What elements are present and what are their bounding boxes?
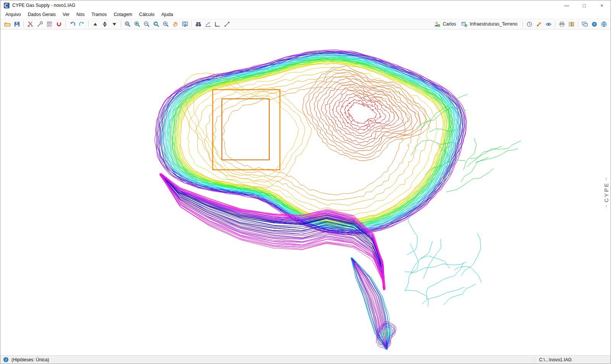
status-file-path: C:\...\novo1.IAG [539,357,572,362]
ortho-button[interactable] [213,19,222,29]
contour-line [407,214,417,255]
help-button[interactable]: ? [590,19,599,29]
save-button[interactable] [12,19,21,29]
plan-down-button[interactable] [110,19,119,29]
contour-line [464,139,477,171]
user-label: Carlos [443,21,456,27]
edit-tools-button[interactable] [26,19,35,29]
plan-up-button[interactable] [91,19,100,29]
edit-data-icon [536,21,542,27]
preview-button[interactable] [544,19,553,29]
contour-line [160,174,385,289]
menu-arquivo[interactable]: Arquivo [2,11,24,18]
redraw-button[interactable] [152,19,161,29]
contour-line [222,99,269,160]
plan-select-button[interactable] [100,19,109,29]
toolbar-left: DWGDXF [3,19,231,29]
zoom-screen-icon [182,21,188,27]
measure-button[interactable] [222,19,231,29]
arrow-up-icon: ↑ [605,176,608,182]
zoom-in-icon [163,21,169,27]
windows-button[interactable] [580,19,589,29]
update-button[interactable] [525,19,534,29]
web-button[interactable] [599,19,608,29]
contour-line [162,175,385,289]
svg-text:DXF: DXF [48,24,51,26]
edit-data-button[interactable] [534,19,543,29]
contour-line [454,266,481,282]
menu-tramos[interactable]: Tramos [88,11,110,18]
zoom-all-button[interactable] [133,19,142,29]
contour-line [336,93,390,134]
minimize-button[interactable]: — [558,0,575,10]
contour-line [179,64,444,220]
dimension-button[interactable] [203,19,212,29]
snap-magnet-button[interactable] [54,19,63,29]
plan-down-icon [111,21,118,27]
contour-line [410,244,419,274]
contour-line [461,233,481,276]
drawing-area[interactable]: ↑ CYPE ↑ [0,29,611,355]
undo-button[interactable] [68,19,77,29]
user-icon [434,21,440,27]
maximize-button[interactable]: □ [575,0,593,10]
edit-tools-icon [27,21,34,27]
contour-line [161,174,384,289]
zoom-window-button[interactable] [123,19,132,29]
toolbar-separator [555,21,555,27]
zoom-out-button[interactable] [142,19,151,29]
window-title: CYPE Gas Supply - novo1.IAG [12,3,75,8]
redo-button[interactable] [77,19,86,29]
ortho-icon [214,21,221,27]
status-bar: i (Hipóteses: Única) C:\...\novo1.IAG [0,355,611,364]
info-icon: i [3,356,9,363]
contour-line [213,90,280,170]
contour-line [422,287,465,304]
contour-line [161,175,385,289]
contour-line [178,62,445,221]
contour-map[interactable] [0,29,611,355]
contour-line [160,174,385,289]
contour-line [204,77,422,205]
arrow-up-icon: ↑ [605,203,608,209]
menu-cotagem[interactable]: Cotagem [110,11,136,18]
contour-line [186,77,305,182]
job-button[interactable] [459,19,469,29]
search-button[interactable] [194,19,203,29]
pan-button[interactable] [171,19,180,29]
menu-ajuda[interactable]: Ajuda [158,11,176,18]
open-icon [4,21,11,27]
contour-line [160,174,384,289]
web-icon [601,21,607,27]
toolbar: DWGDXF CarlosInfraestruturas_Terreno? [0,19,611,29]
toolbar-separator [522,21,523,27]
contour-line [446,168,494,192]
reports-button[interactable] [567,19,576,29]
toolbar-separator [121,21,121,27]
zoom-screen-button[interactable] [180,19,189,29]
contour-line [348,103,377,124]
job-icon [461,21,467,27]
import-dxf-button[interactable]: DWGDXF [45,19,54,29]
zoom-window-icon [124,21,131,27]
cype-watermark-text: CYPE [603,182,609,203]
menu-nos[interactable]: Nós [73,11,88,18]
print-icon [559,21,565,27]
caption-buttons: — □ × [558,0,611,10]
open-button[interactable] [3,19,12,29]
menu-calculo[interactable]: Cálculo [136,11,158,18]
print-button[interactable] [557,19,566,29]
close-button[interactable]: × [593,0,611,10]
undo-icon [69,21,76,27]
plan-up-icon [92,21,99,27]
zoom-in-button[interactable] [161,19,170,29]
menu-dados-gerais[interactable]: Dados Gerais [24,11,59,18]
svg-text:i: i [5,358,6,362]
status-file-panel: C:\...\novo1.IAG [534,357,608,362]
toolbar-right: CarlosInfraestruturas_Terreno? [433,19,608,29]
app-icon [3,2,10,9]
windows-icon [582,21,588,27]
menu-ver[interactable]: Ver [59,11,73,18]
user-button[interactable] [433,19,442,29]
config-tools-button[interactable] [35,19,44,29]
